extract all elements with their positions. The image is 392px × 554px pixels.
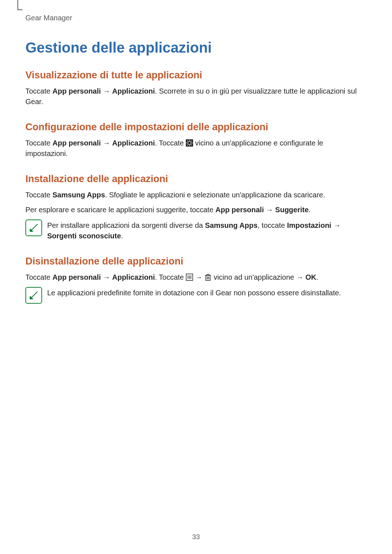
text: . [309, 206, 311, 214]
label-sorgenti-sconosciute: Sorgenti sconosciute [47, 232, 121, 240]
text: Per esplorare e scaricare le applicazion… [25, 206, 216, 214]
arrow: → [264, 206, 275, 214]
arrow: → [101, 273, 112, 281]
running-header: Gear Manager [25, 14, 367, 22]
note-text: Le applicazioni predefinite fornite in d… [47, 287, 341, 298]
label-applicazioni: Applicazioni [112, 273, 155, 281]
paragraph-uninstall: Toccate App personali → Applicazioni. To… [25, 272, 367, 283]
svg-rect-16 [207, 274, 209, 275]
text: Toccate [25, 87, 52, 95]
arrow: → [101, 139, 112, 147]
arrow: → [101, 87, 112, 95]
text: Toccate [25, 273, 52, 281]
menu-icon [186, 273, 193, 280]
text: . Sfogliate le applicazioni e selezionat… [105, 191, 325, 199]
text: Toccate [25, 191, 52, 199]
page-corner-mark [17, 0, 18, 10]
note-icon [25, 219, 42, 236]
settings-icon [186, 139, 193, 146]
heading-uninstall: Disinstallazione delle applicazioni [25, 256, 367, 267]
paragraph-install-1: Toccate Samsung Apps. Sfogliate le appli… [25, 190, 367, 200]
paragraph-view-all: Toccate App personali → Applicazioni. Sc… [25, 86, 367, 107]
label-app-personali: App personali [52, 139, 101, 147]
text: vicino ad un'applicazione → [212, 273, 305, 281]
text: . Toccate [155, 273, 186, 281]
text: . [121, 232, 123, 240]
arrow: → [331, 221, 341, 229]
note-icon [25, 287, 42, 304]
paragraph-install-2: Per esplorare e scaricare le applicazion… [25, 205, 367, 215]
label-app-personali: App personali [216, 206, 264, 214]
label-app-personali: App personali [52, 273, 101, 281]
label-app-personali: App personali [52, 87, 101, 95]
trash-icon [204, 273, 212, 280]
text: . [317, 273, 319, 281]
note-text: Per installare applicazioni da sorgenti … [47, 219, 367, 241]
heading-install: Installazione delle applicazioni [25, 173, 367, 185]
label-samsung-apps: Samsung Apps [205, 221, 258, 229]
page-title: Gestione delle applicazioni [25, 40, 367, 56]
note-install: Per installare applicazioni da sorgenti … [25, 219, 367, 241]
label-applicazioni: Applicazioni [112, 87, 155, 95]
arrow: → [193, 273, 204, 281]
text: Toccate [25, 139, 52, 147]
label-suggerite: Suggerite [275, 206, 309, 214]
text: Per installare applicazioni da sorgenti … [47, 221, 205, 229]
text: , toccate [258, 221, 287, 229]
heading-config: Configurazione delle impostazioni delle … [25, 122, 367, 133]
label-ok: OK [306, 273, 317, 281]
text: . Toccate [155, 139, 186, 147]
page-number: 33 [0, 533, 392, 541]
label-applicazioni: Applicazioni [112, 139, 155, 147]
label-samsung-apps: Samsung Apps [52, 191, 105, 199]
heading-view-all: Visualizzazione di tutte le applicazioni [25, 70, 367, 81]
note-uninstall: Le applicazioni predefinite fornite in d… [25, 287, 367, 304]
label-impostazioni: Impostazioni [287, 221, 331, 229]
page-content: Gear Manager Gestione delle applicazioni… [0, 0, 392, 304]
paragraph-config: Toccate App personali → Applicazioni. To… [25, 138, 367, 159]
